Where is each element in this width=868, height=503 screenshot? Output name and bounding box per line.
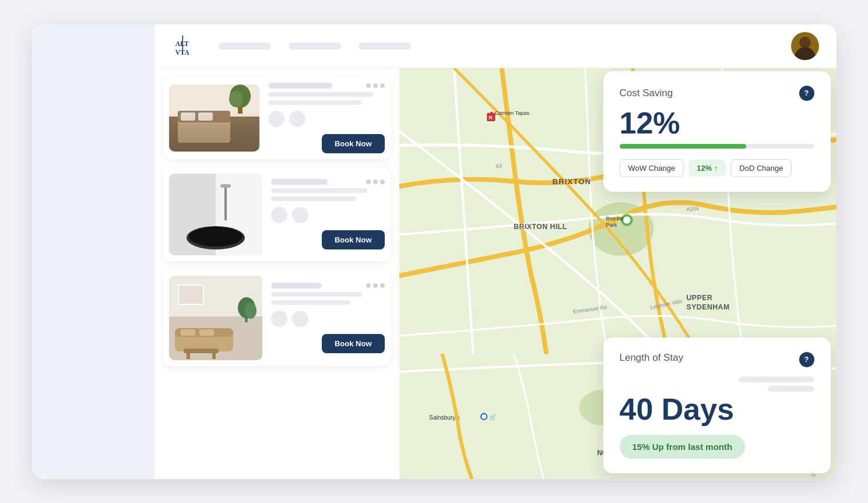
nav-item-1[interactable] bbox=[219, 43, 271, 50]
listing-icon bbox=[271, 207, 287, 223]
svg-rect-4 bbox=[169, 117, 259, 152]
dot bbox=[373, 283, 378, 288]
svg-rect-2 bbox=[182, 35, 183, 54]
svg-text:Brockw: Brockw bbox=[606, 215, 623, 221]
nav-item-3[interactable] bbox=[359, 43, 411, 50]
listing-title-bar bbox=[271, 283, 322, 289]
listing-icon bbox=[289, 111, 305, 127]
svg-point-60 bbox=[482, 414, 486, 418]
listing-title-row bbox=[271, 283, 385, 289]
listing-card: Book Now bbox=[163, 168, 391, 261]
cost-saving-progress-fill bbox=[620, 144, 746, 149]
svg-text:BRIXTON: BRIXTON bbox=[552, 177, 591, 186]
los-header: Length of Stay ? bbox=[620, 352, 814, 392]
listing-title-bar bbox=[268, 83, 332, 89]
los-badge: 15% Up from last month bbox=[620, 435, 746, 459]
cost-saving-progress-bar bbox=[620, 144, 814, 149]
stat-card-header: Cost Saving ? bbox=[620, 86, 814, 101]
book-now-button-2[interactable]: Book Now bbox=[322, 230, 385, 249]
svg-text:A3: A3 bbox=[495, 163, 502, 169]
listing-line bbox=[271, 196, 356, 201]
dot bbox=[366, 83, 371, 88]
dot bbox=[380, 180, 385, 184]
listing-info: Book Now bbox=[268, 83, 385, 153]
book-now-button-1[interactable]: Book Now bbox=[322, 134, 385, 153]
listing-icons bbox=[268, 111, 385, 127]
svg-text:ALT: ALT bbox=[175, 40, 188, 48]
listing-title-bar bbox=[271, 179, 328, 185]
listing-card: Book Now bbox=[163, 77, 391, 159]
cost-saving-help-icon[interactable]: ? bbox=[799, 86, 814, 101]
svg-text:SYDENHAM: SYDENHAM bbox=[686, 302, 729, 311]
map-background: R A3 A2211 A204 Emmanuel Rd Leigham Vale… bbox=[399, 68, 837, 479]
svg-text:BRIXTON HILL: BRIXTON HILL bbox=[514, 222, 567, 230]
los-help-icon[interactable]: ? bbox=[799, 352, 814, 367]
length-of-stay-card: Length of Stay ? 40 Days 15% Up from las… bbox=[603, 337, 831, 473]
svg-point-16 bbox=[189, 227, 243, 247]
cost-saving-card: Cost Saving ? 12% WoW Change 12% ↑ DoD C… bbox=[603, 71, 831, 192]
listing-icon bbox=[268, 111, 284, 127]
wow-change-tag[interactable]: WoW Change bbox=[620, 159, 684, 177]
dot bbox=[380, 83, 385, 88]
listing-line bbox=[271, 300, 351, 305]
main-content: Book Now bbox=[154, 68, 837, 479]
cost-saving-value: 12% bbox=[620, 108, 814, 138]
svg-rect-5 bbox=[178, 111, 230, 143]
los-value: 40 Days bbox=[620, 392, 814, 427]
listing-image-bathroom bbox=[169, 174, 262, 255]
svg-rect-7 bbox=[181, 112, 195, 121]
listings-panel: Book Now bbox=[154, 68, 399, 479]
svg-rect-26 bbox=[199, 329, 214, 336]
listing-line bbox=[271, 292, 362, 297]
nav-item-2[interactable] bbox=[289, 43, 341, 50]
avatar[interactable] bbox=[791, 32, 819, 60]
listing-line bbox=[268, 92, 373, 97]
wow-value-tag[interactable]: 12% ↑ bbox=[688, 160, 726, 177]
dot bbox=[366, 283, 371, 288]
svg-point-51 bbox=[490, 111, 493, 114]
listing-icon bbox=[292, 207, 308, 223]
dot bbox=[366, 180, 371, 184]
listing-image-bedroom bbox=[169, 85, 259, 152]
listing-icons bbox=[271, 207, 385, 223]
map-section: R A3 A2211 A204 Emmanuel Rd Leigham Vale… bbox=[399, 68, 837, 479]
svg-text:🛒: 🛒 bbox=[490, 413, 497, 420]
svg-text:UPPER: UPPER bbox=[686, 294, 712, 302]
svg-point-37 bbox=[623, 216, 630, 223]
svg-text:A204: A204 bbox=[686, 206, 699, 212]
dod-change-tag[interactable]: DoD Change bbox=[730, 159, 792, 177]
los-bar bbox=[739, 377, 814, 382]
listing-image-living bbox=[169, 276, 262, 360]
svg-text:Park: Park bbox=[606, 221, 617, 227]
listing-info: Book Now bbox=[271, 283, 385, 353]
svg-rect-28 bbox=[187, 353, 190, 359]
svg-point-11 bbox=[229, 91, 243, 107]
listing-info: Book Now bbox=[271, 179, 385, 249]
svg-rect-18 bbox=[220, 184, 231, 188]
los-right: ? bbox=[739, 352, 814, 392]
logo[interactable]: ALT VTA bbox=[172, 31, 201, 61]
svg-rect-25 bbox=[181, 329, 195, 336]
svg-rect-8 bbox=[198, 112, 213, 121]
listing-dots bbox=[366, 180, 385, 184]
book-now-button-3[interactable]: Book Now bbox=[322, 334, 385, 353]
nav-items bbox=[219, 43, 791, 50]
svg-rect-27 bbox=[184, 349, 219, 353]
dot bbox=[373, 180, 378, 184]
stat-tags: WoW Change 12% ↑ DoD Change bbox=[620, 159, 814, 177]
cost-saving-title: Cost Saving bbox=[620, 87, 673, 99]
svg-rect-17 bbox=[224, 185, 227, 220]
dot bbox=[373, 83, 378, 88]
los-title: Length of Stay bbox=[620, 352, 684, 364]
dot bbox=[380, 283, 385, 288]
listing-icon bbox=[292, 311, 308, 327]
listing-line bbox=[271, 188, 368, 193]
app-container: ALT VTA bbox=[32, 24, 837, 479]
los-bar-2 bbox=[768, 386, 814, 392]
listing-title-row bbox=[271, 179, 385, 185]
listing-line bbox=[268, 100, 361, 105]
listing-card: Book Now bbox=[163, 270, 391, 366]
listing-icon bbox=[271, 311, 287, 327]
listing-dots bbox=[366, 83, 385, 88]
svg-text:R: R bbox=[489, 114, 493, 120]
